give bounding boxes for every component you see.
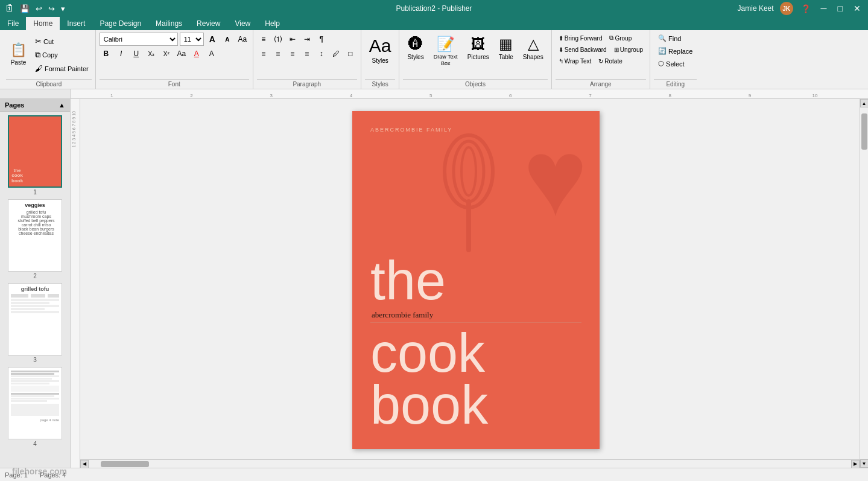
styles-group-content: Aa Styles [365, 30, 396, 79]
ungroup-button[interactable]: ⊞ Ungroup [611, 45, 646, 55]
font-size-select[interactable]: 11 [180, 33, 204, 46]
clipboard-label: Clipboard [6, 79, 92, 89]
maximize-button[interactable]: □ [835, 4, 845, 13]
font-group: Calibri 11 A A Aa B I U X₂ X² Aa A A Fon… [96, 30, 253, 89]
cut-button[interactable]: ✂ Cut [32, 35, 92, 48]
wrap-text-label: Wrap Text [565, 58, 592, 65]
bold-button[interactable]: B [100, 47, 113, 60]
wrap-text-button[interactable]: ↰ Wrap Text [556, 56, 595, 66]
cover-page: ♥ abercrombie family the abercrombie fam… [352, 111, 600, 449]
font-shrink-button[interactable]: A [221, 33, 234, 46]
show-formatting-button[interactable]: ¶ [315, 33, 328, 46]
pages-collapse-icon[interactable]: ▲ [59, 101, 65, 109]
page-thumb-3[interactable]: grilled tofu [8, 283, 62, 363]
clipboard-group-content: 📋 Paste ✂ Cut ⧉ Copy 🖌 Format Painter [6, 30, 92, 79]
thumb2-item-3: stuffed bell peppers [13, 218, 59, 223]
cover-top-label: abercrombie family [370, 123, 452, 134]
tab-file[interactable]: File [0, 17, 26, 30]
canvas-right: ♥ abercrombie family the abercrombie fam… [80, 99, 860, 468]
page-thumb-2[interactable]: veggies grilled tofu mushroom caps stuff… [8, 199, 62, 279]
align-right-button[interactable]: ≡ [286, 47, 299, 60]
canvas-scroll[interactable]: ♥ abercrombie family the abercrombie fam… [80, 99, 860, 459]
heart-decoration: ♥ [523, 123, 588, 232]
ruler-tick-5: 5 [429, 94, 432, 98]
find-button[interactable]: 🔍 Find [654, 33, 685, 44]
superscript-button[interactable]: X² [160, 47, 173, 60]
cover-the: the [370, 253, 581, 308]
bring-forward-button[interactable]: ⬆ Bring Forward [556, 33, 606, 43]
table-label: Table [499, 54, 513, 60]
close-button[interactable]: ✕ [851, 4, 863, 13]
select-button[interactable]: ⬡ Select [654, 58, 689, 69]
highlight-button[interactable]: A [205, 47, 218, 60]
minimize-button[interactable]: ─ [819, 4, 829, 13]
canvas-with-rulers: 1 2 3 4 5 6 7 8 9 10 [71, 99, 868, 468]
subscript-button[interactable]: X₂ [145, 47, 158, 60]
shapes-button[interactable]: △ Shapes [519, 33, 548, 63]
page-thumb-1[interactable]: thecookbook 1 [8, 115, 62, 196]
font-color-button[interactable]: A [190, 47, 203, 60]
line-spacing-button[interactable]: ↕ [315, 47, 328, 60]
table-button[interactable]: ▦ Table [495, 33, 518, 63]
cut-icon: ✂ [35, 37, 42, 46]
styles-button[interactable]: Aa Styles [365, 33, 396, 67]
quick-redo-button[interactable]: ↪ [46, 4, 57, 13]
scroll-left-button[interactable]: ◀ [80, 460, 89, 468]
tab-page-design[interactable]: Page Design [92, 17, 148, 30]
tab-mailings[interactable]: Mailings [148, 17, 189, 30]
font-name-select[interactable]: Calibri [100, 33, 178, 46]
bullets-button[interactable]: ≡ [257, 33, 270, 46]
font-style-row: B I U X₂ X² Aa A A [100, 47, 218, 60]
send-backward-label: Send Backward [565, 46, 607, 53]
tab-help[interactable]: Help [258, 17, 287, 30]
underline-button[interactable]: U [130, 47, 143, 60]
replace-button[interactable]: 🔄 Replace [654, 45, 697, 57]
draw-text-box-button[interactable]: 📝 Draw Text Box [429, 33, 462, 70]
scroll-right-button[interactable]: ▶ [851, 460, 860, 468]
quick-customize-button[interactable]: ▾ [59, 4, 67, 13]
arrange-label: Arrange [556, 79, 646, 89]
scroll-up-button[interactable]: ▲ [860, 99, 869, 107]
svg-point-1 [454, 141, 484, 202]
page-2-thumbnail: veggies grilled tofu mushroom caps stuff… [8, 200, 62, 271]
scroll-h-track[interactable] [89, 460, 851, 468]
change-case-button[interactable]: Aa [175, 47, 188, 60]
format-painter-button[interactable]: 🖌 Format Painter [32, 62, 92, 75]
quick-undo-button[interactable]: ↩ [34, 4, 44, 13]
quick-save-button[interactable]: 💾 [18, 4, 31, 13]
cover-book: book [370, 380, 581, 432]
shading-button[interactable]: 🖊 [329, 47, 343, 60]
draw-text-box-label: Draw Text Box [434, 54, 458, 67]
title-bar-left: 🗓 💾 ↩ ↪ ▾ [5, 3, 67, 14]
italic-button[interactable]: I [115, 47, 128, 60]
numbering-button[interactable]: ⑴ [271, 33, 285, 46]
scroll-v-thumb[interactable] [861, 113, 867, 150]
scroll-h-thumb[interactable] [101, 461, 149, 467]
shapes-icon: △ [528, 36, 539, 53]
rotate-button[interactable]: ↻ Rotate [595, 56, 625, 66]
styles-dropdown-button[interactable]: 🅐 Styles [403, 33, 428, 63]
pictures-button[interactable]: 🖼 Pictures [463, 33, 493, 63]
align-center-button[interactable]: ≡ [271, 47, 285, 60]
justify-button[interactable]: ≡ [300, 47, 314, 60]
user-avatar[interactable]: JK [780, 2, 793, 15]
page-thumb-4[interactable]: page 4 note 4 [8, 367, 62, 447]
copy-button[interactable]: ⧉ Copy [32, 48, 92, 62]
paste-button[interactable]: 📋 Paste [6, 33, 31, 75]
tab-review[interactable]: Review [189, 17, 227, 30]
ruler-corner [0, 89, 71, 98]
tab-insert[interactable]: Insert [60, 17, 92, 30]
align-left-button[interactable]: ≡ [257, 47, 270, 60]
font-grow-button[interactable]: A [206, 33, 219, 46]
clear-formatting-button[interactable]: Aa [236, 33, 249, 46]
page-1-number: 1 [8, 189, 62, 196]
tab-view[interactable]: View [227, 17, 258, 30]
border-button[interactable]: □ [344, 47, 357, 60]
scroll-down-button[interactable]: ▼ [860, 459, 869, 468]
increase-indent-button[interactable]: ⇥ [300, 33, 314, 46]
help-button[interactable]: ❓ [799, 4, 813, 13]
tab-home[interactable]: Home [26, 17, 60, 30]
decrease-indent-button[interactable]: ⇤ [286, 33, 299, 46]
group-button[interactable]: ⧉ Group [606, 33, 635, 43]
send-backward-button[interactable]: ⬇ Send Backward [556, 45, 610, 55]
